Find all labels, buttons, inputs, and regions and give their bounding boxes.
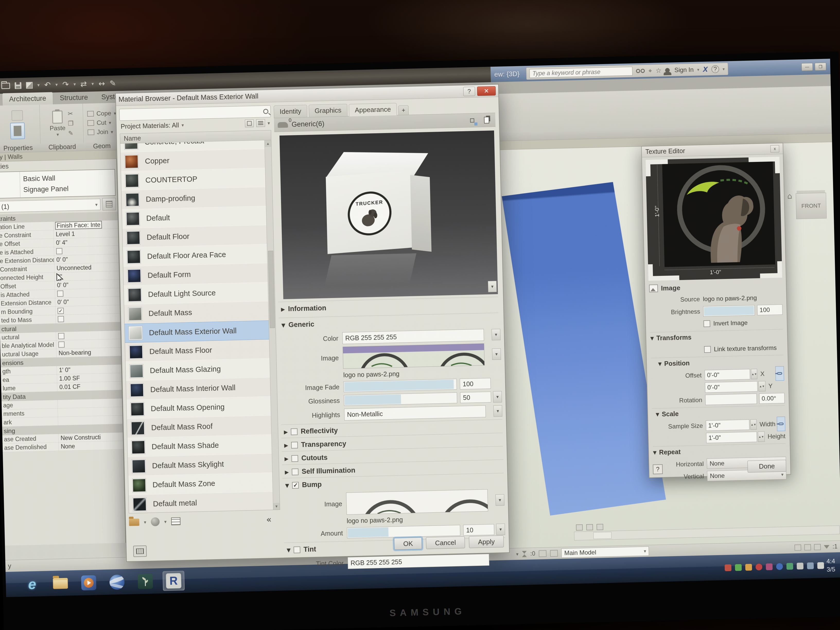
caret-down-icon[interactable]: ▾ (723, 66, 725, 71)
taskbar-revit[interactable]: R (163, 570, 185, 591)
expand-icon[interactable]: ▶ (284, 456, 289, 462)
tray-icon[interactable] (786, 563, 793, 570)
scrollbar-thumb[interactable] (268, 251, 275, 328)
scale-section[interactable]: ▼ Scale (652, 405, 785, 420)
sample-height-field[interactable]: 1'-0" (706, 431, 757, 443)
materials-filter-dropdown[interactable]: Project Materials: All (121, 121, 179, 130)
tray-icon[interactable] (817, 562, 824, 569)
taskbar-windows-explorer[interactable] (49, 573, 71, 594)
section-checkbox[interactable] (291, 442, 298, 448)
brightness-value[interactable]: 100 (757, 305, 783, 315)
expand-icon[interactable]: ▶ (281, 306, 285, 312)
tab-architecture[interactable]: Architecture (2, 92, 53, 106)
home-icon[interactable]: ⌂ (787, 191, 793, 201)
collapse-icon[interactable]: ▼ (651, 336, 654, 341)
filter-icon[interactable] (824, 545, 829, 549)
library-panel-toggle-icon[interactable] (245, 119, 254, 127)
tray-icon[interactable] (807, 562, 814, 569)
pan-icon[interactable]: ⌖ (648, 67, 652, 74)
expand-icon[interactable]: ▶ (284, 429, 288, 435)
rotation-slider[interactable] (705, 393, 757, 405)
property-checkbox[interactable] (58, 341, 65, 348)
source-value[interactable]: logo no paws-2.png (703, 294, 757, 303)
material-list-view-icon[interactable] (171, 517, 181, 525)
bump-amount-value[interactable]: 10 (463, 524, 494, 535)
restore-button[interactable]: ❐ (815, 63, 826, 71)
tab-identity[interactable]: Identity (273, 105, 307, 118)
taskbar-clock[interactable]: 4:4 3/5 (826, 557, 840, 573)
manage-library-button[interactable] (133, 545, 147, 557)
type-selector[interactable]: Basic Wall Signage Panel (0, 169, 115, 199)
property-value[interactable]: 0' 0" (57, 281, 68, 289)
highlights-dropdown[interactable]: Non-Metallic (344, 405, 486, 420)
material-list-item[interactable]: Default Mass Opening (126, 396, 271, 419)
caret-down-icon[interactable]: ▾ (92, 82, 94, 86)
scroll-up-arrow[interactable]: ▲ (265, 140, 271, 147)
collapse-icon[interactable]: ▼ (285, 482, 289, 488)
duplicate-asset-icon[interactable] (481, 115, 492, 125)
position-section[interactable]: ▼ Position (651, 355, 784, 370)
material-search-input[interactable] (122, 108, 264, 118)
diffuse-image-thumbnail[interactable] (343, 343, 485, 369)
deselect-icon[interactable] (814, 544, 821, 550)
collapse-icon[interactable]: ▼ (653, 450, 657, 455)
redo-icon[interactable]: ↷ (62, 81, 69, 88)
help-icon[interactable]: ? (711, 65, 719, 73)
property-value[interactable]: Finish Face: Inte (55, 221, 102, 229)
material-preview[interactable]: TRUCKER ▾ (279, 131, 498, 299)
taskbar-google-earth[interactable] (106, 572, 128, 592)
tray-icon[interactable] (756, 563, 763, 570)
keyword-search-input[interactable] (529, 67, 633, 78)
link-xy-button[interactable] (775, 366, 784, 381)
link-wh-button[interactable] (777, 417, 785, 431)
panel-close-button[interactable]: x (770, 145, 779, 152)
property-checkbox[interactable] (57, 291, 63, 297)
caret-down-icon[interactable]: ▾ (164, 519, 167, 524)
caret-down-icon[interactable]: ▾ (516, 551, 519, 557)
property-value[interactable]: None (61, 443, 75, 450)
material-list-item[interactable]: Default Mass (124, 302, 269, 324)
tab-appearance[interactable]: Appearance (349, 103, 397, 116)
tray-icon[interactable] (735, 564, 742, 571)
dialog-close-button[interactable]: ✕ (477, 86, 496, 96)
blue-massing-object[interactable] (502, 181, 666, 516)
material-list-item[interactable]: Default Mass Zone (128, 473, 273, 495)
cut-to-clipboard-icon[interactable]: ✂ (68, 110, 73, 117)
taskbar-internet-explorer[interactable]: e (21, 574, 43, 594)
visual-style-icon[interactable] (597, 524, 603, 530)
dialog-help-button[interactable]: ? (463, 87, 475, 96)
property-checkbox[interactable]: ✓ (57, 308, 64, 314)
tray-icon[interactable] (725, 564, 732, 571)
caret-down-icon[interactable]: ▾ (57, 131, 59, 137)
collapse-icon[interactable]: ▼ (287, 547, 291, 553)
collapse-pane-button[interactable]: « (266, 514, 272, 524)
property-checkbox[interactable] (58, 316, 64, 322)
save-icon[interactable] (15, 82, 22, 89)
property-checkbox[interactable] (56, 248, 63, 254)
preview-options-caret[interactable]: ▾ (488, 281, 497, 292)
panel-label-geometry[interactable]: Geom (84, 142, 120, 150)
minimize-button[interactable]: — (801, 63, 813, 71)
collapse-icon[interactable]: ▼ (656, 412, 659, 417)
bump-image-thumbnail[interactable] (346, 489, 488, 515)
material-list-item[interactable]: Default Floor Area Face (123, 244, 267, 267)
repeat-section[interactable]: ▼ Repeat (653, 444, 786, 458)
image-fade-slider[interactable] (344, 379, 457, 392)
image-options-caret[interactable]: ▾ (492, 349, 501, 360)
property-value[interactable]: 1.00 SF (59, 375, 80, 382)
replace-asset-icon[interactable] (467, 115, 477, 125)
bump-image-caret[interactable]: ▾ (496, 494, 504, 506)
tray-icon[interactable] (745, 564, 752, 570)
add-asset-tab-button[interactable]: + (398, 105, 409, 115)
material-list-item[interactable]: Default Mass Skylight (128, 454, 272, 476)
caret-down-icon[interactable]: ▾ (144, 519, 147, 525)
material-list-item[interactable]: Default Mass Floor (125, 339, 270, 362)
spinner[interactable]: ▲▼ (758, 431, 765, 442)
color-value-field[interactable]: RGB 255 255 255 (342, 329, 484, 344)
collapse-icon[interactable]: ▼ (281, 322, 286, 328)
help-button[interactable]: ? (653, 464, 663, 474)
offset-x-field[interactable]: 0'-0" (705, 369, 750, 381)
bump-checkbox[interactable]: ✓ (292, 482, 299, 489)
highlights-caret[interactable]: ▾ (493, 405, 502, 417)
section-checkbox[interactable] (292, 455, 298, 462)
